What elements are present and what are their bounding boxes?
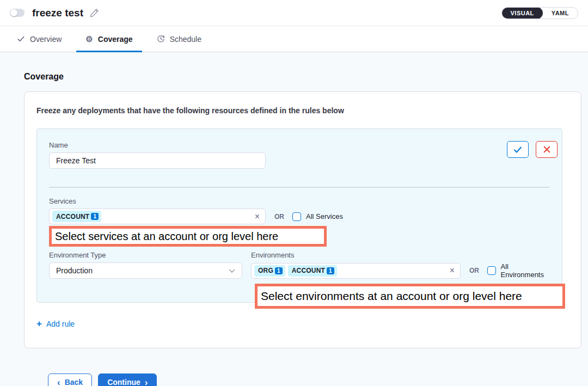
yaml-mode-button[interactable]: YAML bbox=[543, 7, 578, 19]
service-tag-account[interactable]: ACCOUNT 1 bbox=[52, 211, 101, 222]
page-title: freeze test bbox=[32, 7, 83, 19]
tab-label: Coverage bbox=[98, 35, 133, 44]
chevron-right-icon: › bbox=[145, 378, 148, 386]
environment-type-value: Production bbox=[56, 266, 93, 275]
delete-rule-button[interactable] bbox=[536, 141, 558, 158]
rule-name-input[interactable]: Freeze Test bbox=[49, 152, 266, 169]
tag-text: ACCOUNT bbox=[292, 267, 325, 274]
card-header-text: Freeze any deployments that have the fol… bbox=[36, 106, 569, 115]
rule-name-value: Freeze Test bbox=[56, 156, 96, 165]
environments-label: Environments bbox=[251, 251, 552, 259]
tab-label: Schedule bbox=[170, 35, 201, 44]
confirm-rule-button[interactable] bbox=[507, 141, 529, 158]
toggle-knob bbox=[10, 9, 17, 16]
services-or-label: OR bbox=[274, 213, 284, 220]
all-environments-checkbox[interactable] bbox=[487, 266, 495, 275]
all-services-label: All Services bbox=[306, 212, 343, 220]
continue-label: Continue bbox=[107, 378, 140, 386]
tag-count-badge: 1 bbox=[275, 267, 283, 274]
environments-or-label: OR bbox=[469, 267, 479, 274]
rule-panel: Name Freeze Test Services ACCOUNT bbox=[36, 128, 562, 303]
plus-icon: + bbox=[36, 319, 42, 328]
coverage-page: Coverage Freeze any deployments that hav… bbox=[0, 52, 588, 386]
name-label: Name bbox=[49, 141, 550, 149]
panel-divider bbox=[49, 187, 550, 188]
visual-mode-button[interactable]: VISUAL bbox=[502, 7, 543, 19]
clear-services-icon[interactable]: × bbox=[255, 212, 260, 221]
environment-tag-account[interactable]: ACCOUNT 1 bbox=[288, 265, 337, 277]
footer-buttons: ‹ Back Continue › bbox=[48, 373, 588, 386]
all-services-checkbox[interactable] bbox=[292, 212, 301, 221]
rule-actions bbox=[507, 141, 558, 158]
tag-count-badge: 1 bbox=[91, 213, 99, 220]
services-annotation-callout: Select services at an account or org lev… bbox=[49, 226, 327, 247]
environment-type-select[interactable]: Production bbox=[49, 262, 242, 279]
services-multiselect[interactable]: ACCOUNT 1 × bbox=[49, 209, 266, 224]
services-label: Services bbox=[49, 197, 550, 205]
add-rule-label: Add rule bbox=[46, 320, 75, 328]
tab-coverage[interactable]: ⚙ Coverage bbox=[76, 26, 142, 52]
environments-col: Environments ORG 1 ACCOUNT 1 × bbox=[242, 251, 552, 279]
freeze-enable-toggle[interactable] bbox=[10, 9, 24, 17]
environments-annotation-callout: Select environments at an account or org… bbox=[255, 284, 565, 309]
add-rule-button[interactable]: + Add rule bbox=[36, 319, 75, 328]
visual-yaml-switch: VISUAL YAML bbox=[501, 7, 579, 19]
environments-annotation-text: Select environments at an account or org… bbox=[261, 290, 522, 303]
clear-environments-icon[interactable]: × bbox=[450, 266, 455, 275]
environment-type-col: Environment Type Production bbox=[49, 251, 242, 279]
check-icon bbox=[17, 35, 25, 43]
all-environments-label: All Environments bbox=[501, 262, 552, 279]
tab-label: Overview bbox=[30, 35, 62, 44]
continue-button[interactable]: Continue › bbox=[98, 373, 157, 386]
back-label: Back bbox=[65, 378, 83, 386]
tab-schedule[interactable]: Schedule bbox=[148, 26, 211, 52]
coverage-card: Freeze any deployments that have the fol… bbox=[24, 91, 581, 348]
edit-title-icon[interactable] bbox=[90, 8, 99, 17]
tag-text: ACCOUNT bbox=[56, 213, 89, 220]
environment-tag-org[interactable]: ORG 1 bbox=[254, 265, 285, 277]
section-title: Coverage bbox=[24, 72, 588, 82]
chevron-down-icon bbox=[229, 266, 235, 275]
services-annotation-text: Select services at an account or org lev… bbox=[55, 230, 278, 243]
environments-multiselect[interactable]: ORG 1 ACCOUNT 1 × bbox=[251, 263, 461, 279]
tag-text: ORG bbox=[258, 267, 273, 274]
environment-row: Environment Type Production Environments… bbox=[49, 251, 550, 279]
gear-icon: ⚙ bbox=[85, 34, 93, 44]
tab-overview[interactable]: Overview bbox=[8, 26, 71, 52]
clock-refresh-icon bbox=[157, 35, 165, 43]
back-button[interactable]: ‹ Back bbox=[48, 373, 92, 386]
page-header: freeze test VISUAL YAML bbox=[0, 0, 588, 26]
tag-count-badge: 1 bbox=[327, 267, 334, 274]
environment-type-label: Environment Type bbox=[49, 251, 242, 259]
chevron-left-icon: ‹ bbox=[57, 378, 60, 386]
services-row: ACCOUNT 1 × OR All Services bbox=[49, 209, 550, 224]
tab-bar: Overview ⚙ Coverage Schedule bbox=[0, 26, 588, 52]
